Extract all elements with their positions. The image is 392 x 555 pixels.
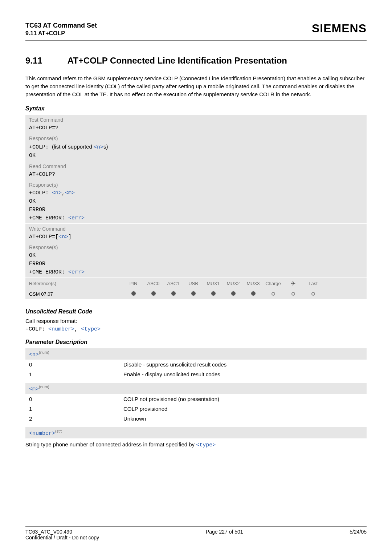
param-n-block: <n>(num) 0 Disable - suppress unsolicite… bbox=[25, 348, 367, 379]
write-response-error: ERROR bbox=[25, 261, 367, 269]
param-m-row-0: 0 COLP not provisioned (no presentation) bbox=[25, 394, 367, 404]
circle-icon bbox=[291, 292, 295, 296]
page-header: TC63 AT Command Set 9.11 AT+COLP SIEMENS bbox=[25, 22, 367, 37]
param-n-row-1: 1 Enable - display unsolicited result co… bbox=[25, 369, 367, 379]
urc-comma: , bbox=[74, 326, 81, 332]
read-resp-comma: , bbox=[62, 190, 65, 196]
syntax-heading: Syntax bbox=[25, 105, 367, 112]
param-n-key-1: 1 bbox=[29, 371, 123, 377]
urc-heading: Unsolicited Result Code bbox=[25, 308, 367, 315]
section-title: AT+COLP Connected Line Identification Pr… bbox=[68, 56, 287, 65]
write-response-ok: OK bbox=[25, 252, 367, 261]
read-resp-prefix: +COLP: bbox=[29, 190, 52, 196]
ref-dot-asc0 bbox=[143, 291, 163, 297]
urc-type: <type> bbox=[81, 326, 101, 332]
write-response-label: Response(s) bbox=[25, 242, 367, 252]
param-n-val-1: Enable - display unsolicited result code… bbox=[123, 371, 363, 377]
param-m-key-2: 2 bbox=[29, 416, 123, 422]
ref-col-airplane-icon: ✈ bbox=[283, 280, 303, 287]
param-heading: Parameter Description bbox=[25, 339, 367, 345]
doc-section-ref: 9.11 AT+COLP bbox=[25, 30, 97, 37]
urc-number: <number> bbox=[48, 326, 74, 332]
read-command-label: Read Command bbox=[25, 161, 367, 171]
write-response-cme: +CME ERROR: <err> bbox=[25, 269, 367, 278]
param-number-block: <number>(str) String type phone number o… bbox=[25, 427, 367, 448]
read-resp-m: <m> bbox=[65, 190, 75, 196]
reference-value: GSM 07.07 bbox=[29, 291, 123, 297]
param-m-key-1: 1 bbox=[29, 406, 123, 412]
test-response-label: Response(s) bbox=[25, 133, 367, 143]
ref-col-usb: USB bbox=[183, 281, 203, 286]
ref-dot-mux2 bbox=[223, 291, 243, 297]
ref-dot-asc1 bbox=[163, 291, 183, 297]
footer-doc-id: TC63_ATC_V00.490 bbox=[25, 529, 99, 535]
param-n-row-0: 0 Disable - suppress unsolicited result … bbox=[25, 360, 367, 369]
dot-icon bbox=[131, 291, 136, 296]
write-command-cmd: AT+COLP=[<n>] bbox=[25, 233, 367, 242]
ref-dot-airplane bbox=[283, 291, 303, 297]
test-response-ok: OK bbox=[25, 153, 367, 161]
param-m-head: <m>(num) bbox=[25, 383, 367, 394]
param-n-val-0: Disable - suppress unsolicited result co… bbox=[123, 361, 363, 368]
urc-prefix: +COLP: bbox=[25, 326, 48, 332]
write-cmd-n: <n> bbox=[58, 234, 68, 240]
param-number-head: <number>(str) bbox=[25, 427, 367, 438]
ref-col-last: Last bbox=[303, 281, 323, 286]
footer-page-number: Page 227 of 501 bbox=[206, 529, 243, 540]
test-resp-mid1: (list of supported bbox=[52, 143, 94, 150]
test-resp-mid2: s) bbox=[103, 143, 108, 150]
param-number-tag: <number> bbox=[29, 430, 55, 437]
write-command-label: Write Command bbox=[25, 224, 367, 233]
urc-code: +COLP: <number>, <type> bbox=[25, 326, 367, 332]
param-number-sup: (str) bbox=[55, 429, 62, 433]
read-response-cme: +CME ERROR: <err> bbox=[25, 215, 367, 223]
write-command-block: Write Command AT+COLP=[<n>] Response(s) … bbox=[25, 224, 367, 278]
ref-col-mux3: MUX3 bbox=[243, 281, 263, 286]
ref-dot-mux1 bbox=[203, 291, 223, 297]
page-footer: TC63_ATC_V00.490 Confidential / Draft - … bbox=[25, 526, 367, 540]
ref-dot-pin bbox=[123, 291, 143, 297]
write-cme-err: <err> bbox=[68, 269, 85, 275]
section-heading: 9.11 AT+COLP Connected Line Identificati… bbox=[25, 56, 367, 66]
ref-col-charge: Charge bbox=[263, 281, 283, 286]
ref-dot-last bbox=[303, 291, 323, 297]
param-m-tag: <m> bbox=[29, 386, 39, 392]
read-command-cmd: AT+COLP? bbox=[25, 171, 367, 180]
test-command-cmd: AT+COLP=? bbox=[25, 124, 367, 133]
reference-header-row: Reference(s) PIN ASC0 ASC1 USB MUX1 MUX2… bbox=[25, 278, 367, 289]
footer-date: 5/24/05 bbox=[350, 529, 367, 540]
param-m-val-2: Unknown bbox=[123, 416, 363, 422]
test-response-line: +COLP: (list of supported <n>s) bbox=[25, 143, 367, 153]
section-number: 9.11 bbox=[25, 56, 65, 66]
read-response-ok: OK bbox=[25, 198, 367, 207]
param-m-row-1: 1 COLP provisioned bbox=[25, 404, 367, 414]
urc-desc: Call response format: bbox=[25, 318, 367, 324]
read-response-label: Response(s) bbox=[25, 180, 367, 189]
read-command-block: Read Command AT+COLP? Response(s) +COLP:… bbox=[25, 161, 367, 223]
dot-icon bbox=[211, 291, 216, 296]
ref-dot-mux3 bbox=[243, 291, 263, 297]
dot-icon bbox=[171, 291, 176, 296]
param-m-sup: (num) bbox=[39, 385, 49, 389]
test-resp-prefix: +COLP: bbox=[29, 144, 49, 150]
ref-col-mux2: MUX2 bbox=[223, 281, 243, 286]
dot-icon bbox=[151, 291, 156, 296]
write-cmd-suffix: ] bbox=[68, 234, 72, 240]
read-response-line1: +COLP: <n>,<m> bbox=[25, 189, 367, 198]
test-command-label: Test Command bbox=[25, 115, 367, 124]
read-response-error: ERROR bbox=[25, 207, 367, 215]
param-number-note-pre: String type phone number of connected ad… bbox=[25, 441, 196, 447]
header-rule bbox=[25, 40, 367, 41]
brand-logo: SIEMENS bbox=[312, 22, 367, 35]
param-n-key-0: 0 bbox=[29, 361, 123, 368]
doc-title: TC63 AT Command Set bbox=[25, 22, 97, 29]
section-intro: This command refers to the GSM supplemen… bbox=[25, 74, 367, 98]
dot-icon bbox=[191, 291, 196, 296]
param-n-tag: <n> bbox=[29, 352, 39, 358]
test-resp-n: <n> bbox=[94, 144, 103, 150]
dot-icon bbox=[231, 291, 236, 296]
param-m-row-2: 2 Unknown bbox=[25, 414, 367, 424]
param-number-note-link: <type> bbox=[196, 442, 216, 448]
dot-icon bbox=[251, 291, 256, 296]
circle-icon bbox=[311, 292, 315, 296]
